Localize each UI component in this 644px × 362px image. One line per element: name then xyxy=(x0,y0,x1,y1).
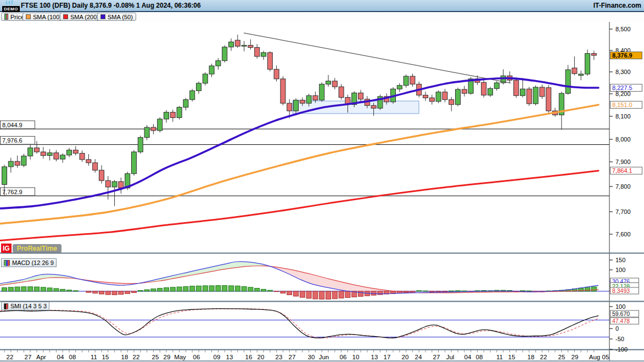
macd-bar-up xyxy=(267,290,272,291)
time-axis-label: Aug xyxy=(589,354,600,360)
candle-down xyxy=(281,79,285,103)
macd-bar-up xyxy=(8,287,13,291)
legend-tab-sma200[interactable]: SMA (200) xyxy=(60,13,102,21)
macd-bar-up xyxy=(158,289,163,291)
macd-bar-down xyxy=(313,291,318,299)
macd-bar-up xyxy=(527,291,531,291)
smi-tick-label: 0 xyxy=(615,325,619,332)
time-axis-label: 25 xyxy=(152,354,159,360)
macd-bar-up xyxy=(449,291,454,291)
level-label: 7,762.9 xyxy=(2,189,23,195)
time-axis[interactable]: 2227Apr0408111518222529May06091316202327… xyxy=(4,350,609,360)
macd-bar-up xyxy=(15,287,20,291)
macd-bar-down xyxy=(306,291,311,298)
macd-bar-up xyxy=(209,286,214,291)
macd-bar-up xyxy=(229,286,234,291)
macd-bar-down xyxy=(345,291,350,298)
time-axis-label: 04 xyxy=(57,354,64,360)
candle-up xyxy=(138,138,143,152)
smi-panel[interactable]: 1000-50-10059.67047.478 xyxy=(0,303,639,353)
candle-down xyxy=(546,88,551,111)
time-axis-label: 22 xyxy=(133,354,140,360)
candle-up xyxy=(306,95,311,103)
candle-down xyxy=(15,161,20,165)
macd-bar-down xyxy=(443,291,447,292)
sma50-line[interactable] xyxy=(0,78,598,208)
descending-trendline[interactable] xyxy=(244,33,511,83)
axis-value-label: 8,376.9 xyxy=(612,52,632,59)
candle-down xyxy=(591,53,596,55)
sma50-swatch-icon xyxy=(100,14,105,19)
smi-tick-label: -100 xyxy=(615,346,628,353)
macd-bar-up xyxy=(203,286,208,291)
candle-up xyxy=(47,153,52,156)
macd-panel[interactable]: 15010030.47622.1288.3493 xyxy=(0,257,639,299)
macd-bar-down xyxy=(436,291,441,292)
candle-down xyxy=(287,103,292,111)
macd-bar-up xyxy=(144,290,149,291)
axis-value-box: 8,227.5 xyxy=(611,84,642,92)
price-axis[interactable]: 8,5008,4008,3008,2008,1008,0007,9007,800… xyxy=(609,26,642,237)
axis-value-label: 8,151.0 xyxy=(612,101,632,108)
ig-logo[interactable]: IG xyxy=(1,244,12,253)
macd-bar-up xyxy=(197,286,201,291)
time-axis-label: 27 xyxy=(433,354,440,360)
candle-up xyxy=(209,66,214,74)
candle-down xyxy=(86,160,91,163)
candle-up xyxy=(2,167,7,184)
candle-up xyxy=(488,88,493,95)
candle-down xyxy=(449,100,454,105)
candle-up xyxy=(8,161,13,167)
sma200-line[interactable] xyxy=(0,171,598,240)
legend-tab-sma100[interactable]: SMA (100) xyxy=(23,13,65,21)
legend-tab-sma50[interactable]: SMA (50) xyxy=(97,13,136,21)
macd-bar-up xyxy=(183,286,188,291)
smi-indicator-tab[interactable]: SMI (14 3 5 3 xyxy=(1,302,49,310)
time-axis-label: 05 xyxy=(602,354,609,360)
candle-up xyxy=(565,70,570,93)
candle-down xyxy=(80,153,85,159)
sma100-line[interactable] xyxy=(0,105,598,224)
time-axis-label: 29 xyxy=(572,354,579,360)
macd-bar-up xyxy=(242,286,247,291)
chart-header: DEMO FTSE 100 (DFB) Daily 8,376.9 -0.08%… xyxy=(0,0,644,12)
prorealtime-logo[interactable]: IG ProRealTime xyxy=(1,244,61,253)
chart-canvas[interactable]: 8,044.97,976.67,762.98,5008,4008,3008,20… xyxy=(0,0,644,362)
time-axis-label: 15 xyxy=(102,354,109,360)
candle-down xyxy=(54,153,59,159)
time-axis-label: 25 xyxy=(558,354,565,360)
prorealtime-wordmark[interactable]: ProRealTime xyxy=(13,244,61,253)
time-axis-label: 22 xyxy=(7,354,14,360)
price-chart-plot[interactable]: 8,044.97,976.67,762.9 xyxy=(0,33,609,240)
candle-up xyxy=(579,74,584,75)
candle-down xyxy=(105,180,110,187)
candle-up xyxy=(456,89,461,105)
macd-bar-up xyxy=(151,289,156,291)
candle-up xyxy=(132,152,137,174)
time-axis-label: May xyxy=(174,354,186,360)
price-candle-icon xyxy=(4,14,8,20)
level-label: 7,976.6 xyxy=(2,137,23,144)
candle-down xyxy=(339,87,344,97)
macd-bar-down xyxy=(294,291,299,296)
candle-up xyxy=(164,112,169,119)
demo-badge-wrap: DEMO xyxy=(2,0,21,12)
macd-indicator-tab[interactable]: MACD (12 26 9 xyxy=(1,258,57,267)
macd-tick-label: 100 xyxy=(615,267,625,273)
candle-down xyxy=(41,152,46,156)
price-tick-label: 7,900 xyxy=(615,159,631,165)
time-axis-label: 23 xyxy=(276,354,283,360)
time-axis-label: 11 xyxy=(91,354,97,360)
candle-down xyxy=(527,89,531,104)
legend-tab-label: SMA (100) xyxy=(33,14,61,20)
macd-value-box: 8.3493 xyxy=(609,287,639,294)
time-axis-label: 16 xyxy=(245,354,253,360)
smi-tab-label: SMI (14 3 5 3 xyxy=(10,303,47,309)
macd-tick-label: 150 xyxy=(615,257,625,263)
brand-link[interactable]: IT-Finance.com xyxy=(593,2,641,9)
candle-up xyxy=(404,76,408,86)
macd-bar-down xyxy=(429,291,434,292)
macd-bar-up xyxy=(255,289,260,291)
candle-up xyxy=(494,83,499,88)
macd-bar-down xyxy=(287,291,292,295)
